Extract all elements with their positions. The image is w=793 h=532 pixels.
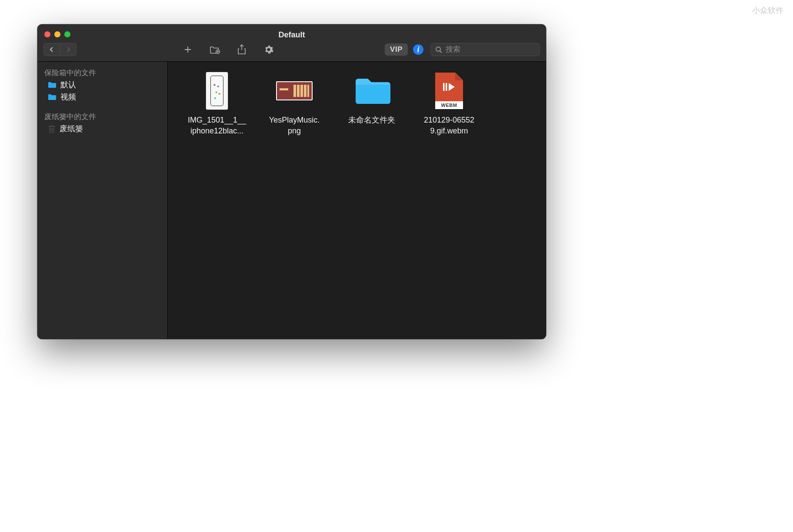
sidebar-item-trash[interactable]: 废纸篓 — [37, 123, 167, 135]
close-window-button[interactable] — [44, 31, 50, 37]
svg-rect-3 — [446, 83, 447, 91]
folder-plus-icon — [210, 45, 220, 54]
new-folder-button[interactable] — [203, 42, 226, 57]
file-name: 未命名文件夹 — [348, 115, 395, 126]
sidebar-header: 废纸篓中的文件 — [37, 110, 167, 123]
chevron-left-icon — [49, 47, 54, 53]
file-name: 210129-06552 9.gif.webm — [424, 115, 474, 136]
sidebar-header: 保险箱中的文件 — [37, 66, 167, 79]
sidebar: 保险箱中的文件 默认 视频 废纸篓中的文件 废纸篓 — [37, 62, 168, 339]
search-box[interactable] — [430, 43, 540, 56]
info-button[interactable]: i — [413, 44, 423, 55]
play-icon — [443, 82, 455, 92]
file-item[interactable]: WEBM 210129-06552 9.gif.webm — [410, 71, 488, 136]
file-thumbnail: WEBM — [435, 71, 463, 110]
folder-icon — [353, 75, 390, 106]
file-thumbnail — [353, 71, 390, 110]
window-title: Default — [37, 24, 546, 40]
sidebar-item-video[interactable]: 视频 — [37, 91, 167, 103]
file-thumbnail — [206, 71, 228, 110]
settings-button[interactable] — [257, 42, 280, 57]
file-item[interactable]: YesPlayMusic. png — [256, 71, 333, 136]
folder-icon — [48, 93, 57, 100]
traffic-lights — [44, 31, 70, 37]
toolbar: VIP i — [37, 42, 546, 57]
plus-icon — [183, 45, 192, 54]
file-thumbnail — [276, 71, 313, 110]
sidebar-item-label: 默认 — [60, 80, 76, 90]
sidebar-item-label: 视频 — [60, 92, 76, 102]
svg-point-1 — [436, 47, 440, 51]
vip-badge[interactable]: VIP — [385, 43, 408, 56]
nav-group — [43, 43, 77, 56]
files-grid: IMG_1501__1__ iphone12blac... YesPlayMus… — [168, 62, 546, 339]
app-window: Default VIP — [37, 24, 546, 339]
sidebar-item-label: 废纸篓 — [60, 123, 83, 134]
webm-badge: WEBM — [435, 101, 463, 109]
forward-button[interactable] — [60, 43, 77, 56]
share-icon — [237, 44, 246, 55]
titlebar: Default VIP — [37, 24, 546, 62]
image-preview-icon — [276, 81, 313, 100]
add-button[interactable] — [177, 42, 199, 57]
minimize-window-button[interactable] — [54, 31, 60, 37]
sidebar-item-default[interactable]: 默认 — [37, 79, 167, 91]
share-button[interactable] — [230, 42, 253, 57]
back-button[interactable] — [43, 43, 60, 56]
webm-file-icon: WEBM — [435, 73, 463, 109]
svg-rect-2 — [443, 83, 445, 91]
file-name: YesPlayMusic. png — [269, 115, 320, 136]
file-item[interactable]: IMG_1501__1__ iphone12blac... — [178, 71, 256, 136]
file-item[interactable]: 未命名文件夹 — [333, 71, 410, 126]
window-body: 保险箱中的文件 默认 视频 废纸篓中的文件 废纸篓 — [37, 62, 546, 339]
watermark-text: 小众软件 — [752, 5, 783, 16]
trash-icon — [48, 124, 56, 133]
sidebar-section-trash: 废纸篓中的文件 废纸篓 — [37, 110, 167, 135]
file-name: IMG_1501__1__ iphone12blac... — [188, 115, 246, 136]
search-icon — [435, 46, 442, 53]
chevron-right-icon — [66, 47, 71, 53]
search-input[interactable] — [446, 45, 538, 54]
maximize-window-button[interactable] — [64, 31, 70, 37]
phone-preview-icon — [206, 72, 228, 110]
gear-icon — [264, 45, 273, 54]
sidebar-section-vault: 保险箱中的文件 默认 视频 — [37, 66, 167, 103]
folder-icon — [48, 81, 57, 88]
